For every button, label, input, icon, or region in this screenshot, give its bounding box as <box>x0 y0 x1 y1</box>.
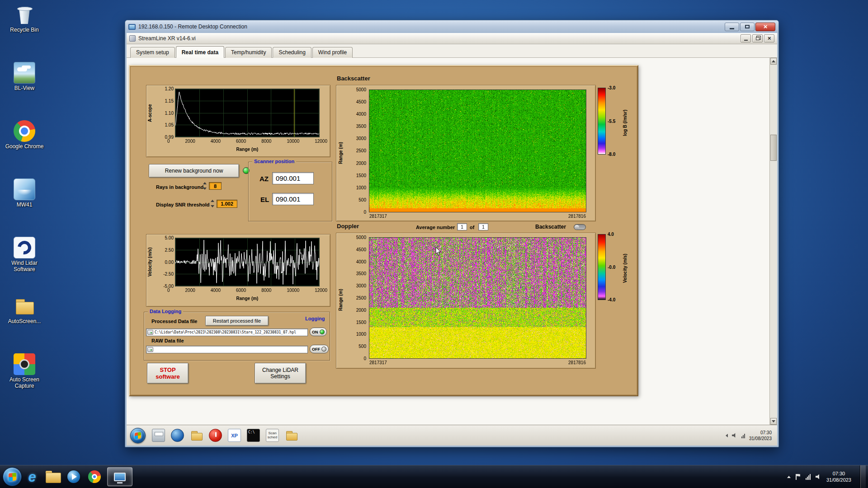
backscatter-plot[interactable] <box>369 90 586 212</box>
desktop-icon-mw41[interactable]: MW41 <box>4 178 45 234</box>
desktop-icon-bl-view[interactable]: BL-View <box>4 62 45 117</box>
chrome-button[interactable] <box>86 467 103 486</box>
xp-app-icon[interactable]: XP <box>228 429 241 442</box>
scrollbar-thumb[interactable] <box>770 135 777 161</box>
tab-system-setup[interactable]: System setup <box>130 47 175 58</box>
volume-icon[interactable] <box>816 474 821 480</box>
rdp-maximize-button[interactable] <box>740 23 755 31</box>
average-number-field[interactable]: 1 <box>457 223 467 230</box>
desktop-icon-auto-screen-capture[interactable]: Auto Screen Capture <box>4 353 45 408</box>
media-player-button[interactable] <box>66 467 82 486</box>
remote-volume-icon[interactable] <box>732 433 737 438</box>
logging-on-led <box>320 329 325 334</box>
rdp-titlebar[interactable]: 192.168.0.150 - Remote Desktop Connectio… <box>125 20 778 33</box>
change-lidar-settings-button[interactable]: Change LiDAR Settings <box>255 363 306 384</box>
rdp-close-button[interactable] <box>755 23 775 31</box>
tab-temp-humidity[interactable]: Temp/humidity <box>225 47 272 58</box>
network-icon[interactable] <box>806 474 811 480</box>
folder-gold-icon[interactable] <box>190 429 203 442</box>
backscatter-colorbar-label: log B (/m/sr) <box>623 91 627 155</box>
velocity-plot[interactable] <box>175 238 319 286</box>
desktop-icon-label: Auto Screen Capture <box>4 377 45 389</box>
scan-sched-icon[interactable]: Scan sched <box>266 429 279 442</box>
doppler-ytick: 0 <box>363 356 366 361</box>
el-value-field[interactable]: 090.001 <box>272 193 314 205</box>
stop-software-label-line1: STOP <box>160 366 175 373</box>
show-desktop-button[interactable] <box>860 465 866 488</box>
desktop-icon-recycle-bin[interactable]: Recycle Bin <box>4 4 45 59</box>
tray-chevron-icon[interactable] <box>787 476 791 478</box>
host-clock[interactable]: 07:30 31/08/2023 <box>826 470 851 483</box>
app-blue-icon[interactable] <box>171 429 184 442</box>
stop-software-button[interactable]: STOP software <box>147 363 189 384</box>
desktop-icon-autoscreen[interactable]: AutoScreen... <box>4 295 45 350</box>
scanner-position-title: Scanner position <box>252 159 296 164</box>
doppler-ylabel: Range (m) <box>338 259 343 341</box>
velocity-xtick: 0 <box>167 288 170 293</box>
start-button[interactable] <box>3 467 22 486</box>
desktop-icon-google-chrome[interactable]: Google Chrome <box>4 120 45 175</box>
media-player-icon <box>67 470 80 483</box>
logging-on-toggle[interactable]: ON <box>310 328 327 336</box>
remote-tray-chevron-icon[interactable] <box>726 434 728 437</box>
restart-processed-file-button[interactable]: Restart processed file <box>205 316 269 326</box>
remote-start-button[interactable] <box>130 428 146 443</box>
desktop-icon-label: Recycle Bin <box>10 27 38 33</box>
raw-data-file-field[interactable] <box>146 346 308 353</box>
a-scope-xtick: 6000 <box>236 139 246 144</box>
backscatter-ytick: 2000 <box>356 161 366 166</box>
remote-clock-date: 31/08/2023 <box>749 436 772 441</box>
printer-icon[interactable] <box>152 429 165 442</box>
remote-clock[interactable]: 07:30 31/08/2023 <box>749 430 772 441</box>
rays-spinner[interactable] <box>203 182 207 190</box>
desktop-icon-label: MW41 <box>17 202 33 208</box>
backscatter-ytick: 3000 <box>356 136 366 141</box>
tab-scheduling[interactable]: Scheduling <box>273 47 311 58</box>
average-total-field[interactable]: 1 <box>478 223 488 230</box>
snr-spinner[interactable] <box>210 200 214 207</box>
renew-background-label: Renew background now <box>165 168 223 174</box>
doppler-colorbar-tick: -0.0 <box>608 265 615 270</box>
rdp-taskbar-button[interactable] <box>107 467 132 486</box>
power-red-icon[interactable] <box>209 429 222 442</box>
remote-network-icon[interactable] <box>741 433 745 438</box>
a-scope-ytick: 1.20 <box>165 86 174 91</box>
host-taskbar: e 07:30 31/08/2023 <box>0 465 868 488</box>
app-close-button[interactable] <box>764 34 774 42</box>
backscatter-ytick: 5000 <box>356 87 366 92</box>
processed-data-file-field[interactable]: C:\Lidar\Data\Proc\2023\202308\20230831\… <box>146 328 308 336</box>
doppler-ytick: 500 <box>359 344 366 349</box>
scroll-down-arrow-icon[interactable] <box>770 418 777 425</box>
file-explorer-button[interactable] <box>45 467 61 486</box>
drive-icon <box>147 347 153 352</box>
az-value-field[interactable]: 090.001 <box>272 172 314 184</box>
app-restore-button[interactable] <box>752 34 763 42</box>
renew-background-button[interactable]: Renew background now <box>149 164 239 178</box>
vertical-scrollbar[interactable] <box>769 58 777 425</box>
rdp-minimize-button[interactable] <box>725 23 739 31</box>
a-scope-plot[interactable] <box>175 89 319 137</box>
backscatter-toggle[interactable] <box>574 224 586 230</box>
app-titlebar[interactable]: StreamLine XR v14-6.vi <box>127 33 777 44</box>
snr-value-field[interactable]: 1.002 <box>217 200 237 208</box>
doppler-plot[interactable] <box>369 238 586 358</box>
tab-wind-profile[interactable]: Wind profile <box>312 47 353 58</box>
a-scope-chart: A-scope 1.201.151.101.050.99 02000400060… <box>146 85 330 157</box>
doppler-ytick: 3000 <box>356 283 366 288</box>
logging-off-toggle[interactable]: OFF <box>310 345 329 353</box>
velocity-ytick: 2.50 <box>165 248 174 253</box>
action-center-icon[interactable] <box>796 474 801 480</box>
scroll-up-arrow-icon[interactable] <box>770 58 777 65</box>
velocity-ytick: 0.00 <box>165 260 174 265</box>
app-minimize-button[interactable] <box>741 34 751 42</box>
logging-off-label: OFF <box>312 347 320 352</box>
tab-real-time-data[interactable]: Real time data <box>176 46 224 58</box>
rays-value-field[interactable]: 8 <box>209 182 222 190</box>
cmd-icon[interactable]: C:\ <box>247 429 260 442</box>
backscatter-xtick: 2817317 <box>369 214 387 219</box>
folder2-icon[interactable] <box>285 429 298 442</box>
desktop-icon-wind-lidar-software[interactable]: Wind Lidar Software <box>4 237 45 292</box>
internet-explorer-button[interactable]: e <box>24 467 40 486</box>
a-scope-xtick: 4000 <box>211 139 221 144</box>
velocity-chart: Velocity (m/s) 5.002.500.00-2.50-5.00 02… <box>146 234 330 307</box>
